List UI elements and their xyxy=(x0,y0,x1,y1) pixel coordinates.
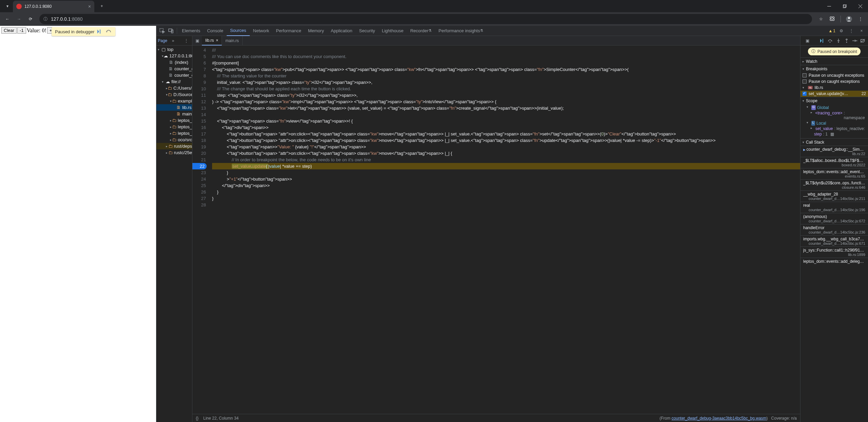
extensions-button[interactable] xyxy=(828,14,837,24)
forward-button[interactable]: → xyxy=(14,14,24,24)
svg-point-6 xyxy=(848,17,850,19)
navigator-menu-button[interactable]: ⋮ xyxy=(182,36,191,45)
source-link[interactable]: counter_dwarf_debug-3aeaac3bb14bc5bc_bg.… xyxy=(672,416,767,421)
resume-button[interactable] xyxy=(819,38,825,44)
devtools-tab-recorder[interactable]: Recorder ⚗ xyxy=(407,26,435,36)
callstack-section[interactable]: ▾Call Stack xyxy=(800,138,868,146)
svg-rect-7 xyxy=(100,30,100,34)
callstack-frame[interactable]: leptos_dom::events::add_event_l…events.r… xyxy=(800,168,868,179)
callstack-frame[interactable]: leptos_dom::events::add_delega… xyxy=(800,258,868,265)
callstack-frame[interactable]: handleErrorcounter_dwarf_d…14bc5bc.js:23… xyxy=(800,224,868,235)
callstack-frame[interactable]: js_sys::Function::call1::h296f914c…lib.r… xyxy=(800,246,868,258)
step-over-button[interactable] xyxy=(827,38,833,44)
close-file-icon[interactable]: × xyxy=(216,38,218,43)
profile-button[interactable] xyxy=(844,14,854,24)
sources-navigator: Page » ⋮ ▾▢top ▾☁127.0.0.1:8080 🗎(index)… xyxy=(156,36,192,422)
breakpoints-section[interactable]: ▾Breakpoints xyxy=(800,65,868,72)
debug-banner-text: Paused in debugger xyxy=(55,29,94,34)
callstack-list: counter_dwarf_debug::__Simple…lib.rs:22_… xyxy=(800,146,868,265)
tab-search-button[interactable]: ▾ xyxy=(2,1,13,11)
editor-pane: ▣ lib.rs×main.rs 45678910111213141516171… xyxy=(192,36,800,422)
device-toolbar-button[interactable] xyxy=(167,26,175,35)
page-viewport: Clear -1 Value: 0! +1 Paused in debugger xyxy=(0,26,156,422)
svg-point-14 xyxy=(838,42,839,43)
info-icon: ⓘ xyxy=(811,49,815,54)
bookmark-button[interactable]: ☆ xyxy=(816,14,826,24)
minimize-button[interactable] xyxy=(821,0,837,12)
devtools-tab-performance-insights[interactable]: Performance insights ⚗ xyxy=(435,26,487,36)
overlay-resume-button[interactable] xyxy=(96,29,103,35)
line-gutter[interactable]: 4567891011121314151617181920212223242526… xyxy=(192,45,209,414)
debugger-controls: ▣ xyxy=(800,36,868,45)
cursor-position: Line 22, Column 34 xyxy=(203,416,239,421)
step-into-button[interactable] xyxy=(835,38,842,44)
devtools-tab-security[interactable]: Security xyxy=(356,26,378,36)
code-editor[interactable]: 4567891011121314151617181920212223242526… xyxy=(192,45,800,414)
devtools-tab-elements[interactable]: Elements xyxy=(178,26,204,36)
coverage-status: Coverage: n/a xyxy=(771,416,797,421)
clear-button[interactable]: Clear xyxy=(1,27,17,34)
devtools-close-button[interactable]: × xyxy=(857,26,866,35)
overlay-step-button[interactable] xyxy=(105,29,112,35)
maximize-button[interactable] xyxy=(837,0,852,12)
browser-tab[interactable]: 127.0.0.1:8080 × xyxy=(13,1,94,12)
callstack-frame[interactable]: _$LT$alloc..boxed..Box$LT$F$C$…boxed.rs:… xyxy=(800,157,868,168)
devtools-tab-lighthouse[interactable]: Lighthouse xyxy=(378,26,407,36)
back-button[interactable]: ← xyxy=(3,14,12,24)
separator xyxy=(841,16,841,22)
editor-statusbar: {} Line 22, Column 34 (From counter_dwar… xyxy=(192,414,800,422)
file-tab[interactable]: lib.rs× xyxy=(202,36,222,45)
file-tree[interactable]: ▾▢top ▾☁127.0.0.1:8080 🗎(index) 🗎counter… xyxy=(156,45,192,422)
new-tab-button[interactable]: + xyxy=(97,1,107,11)
devtools-tab-performance[interactable]: Performance xyxy=(272,26,304,36)
value-label: Value: 0! xyxy=(27,27,46,34)
devtools-tab-application[interactable]: Application xyxy=(327,26,356,36)
pause-caught-toggle[interactable]: Pause on caught exceptions xyxy=(800,78,868,85)
address-bar[interactable]: ⓘ 127.0.0.1:8080 xyxy=(39,14,812,24)
callstack-frame[interactable]: imports.wbg.__wbg_call_b3ca7c…counter_dw… xyxy=(800,235,868,246)
step-button[interactable] xyxy=(852,38,858,44)
site-info-icon[interactable]: ⓘ xyxy=(43,16,48,22)
decrement-button[interactable]: -1 xyxy=(17,27,26,34)
svg-point-16 xyxy=(846,42,847,43)
callstack-frame[interactable]: (anonymous)counter_dwarf_d…14bc5bc.js:67… xyxy=(800,213,868,224)
close-window-button[interactable] xyxy=(852,0,868,12)
debugger-sidebar: ▣ ⓘ Paused on breakpoint ▸Watch ▾Breakpo… xyxy=(800,36,868,422)
pause-uncaught-toggle[interactable]: Pause on uncaught exceptions xyxy=(800,72,868,78)
devtools-tab-sources[interactable]: Sources xyxy=(227,26,250,36)
callstack-frame[interactable]: realcounter_dwarf_d…14bc5bc.js:196 xyxy=(800,202,868,213)
reload-button[interactable]: ⟳ xyxy=(26,14,35,24)
code-area[interactable]: ////// You can use doc comments like thi… xyxy=(209,45,800,414)
devtools-tab-memory[interactable]: Memory xyxy=(305,26,327,36)
devtools-tabbar: ElementsConsoleSourcesNetworkPerformance… xyxy=(156,26,868,36)
devtools-settings-button[interactable]: ⚙ xyxy=(837,26,846,35)
callstack-frame[interactable]: counter_dwarf_debug::__Simple…lib.rs:22 xyxy=(800,146,868,157)
toggle-debugger-button[interactable]: ▣ xyxy=(803,36,812,45)
toggle-navigator-button[interactable]: ▣ xyxy=(192,36,202,45)
brackets-icon[interactable]: {} xyxy=(196,416,199,421)
devtools-panel: ElementsConsoleSourcesNetworkPerformance… xyxy=(156,26,868,422)
navigator-more-button[interactable]: » xyxy=(169,36,177,45)
step-out-button[interactable] xyxy=(844,38,850,44)
callstack-frame[interactable]: _$LT$dyn$u20$core..ops..functio…closure.… xyxy=(800,179,868,190)
breakpoint-file[interactable]: ▾rslib.rs xyxy=(800,85,868,91)
devtools-menu-button[interactable]: ⋮ xyxy=(847,26,856,35)
scope-section[interactable]: ▾Scope xyxy=(800,97,868,104)
menu-button[interactable]: ⋮ xyxy=(856,14,865,24)
inspect-element-button[interactable] xyxy=(158,26,167,35)
browser-titlebar: ▾ 127.0.0.1:8080 × + xyxy=(0,0,868,12)
devtools-tab-console[interactable]: Console xyxy=(204,26,227,36)
callstack-frame[interactable]: __wbg_adapter_28counter_dwarf_d…14bc5bc.… xyxy=(800,190,868,202)
page-tab[interactable]: Page xyxy=(158,38,167,43)
watch-section[interactable]: ▸Watch xyxy=(800,57,868,65)
warnings-badge[interactable]: ▲1 xyxy=(828,29,835,33)
close-tab-icon[interactable]: × xyxy=(88,4,91,9)
deactivate-breakpoints-button[interactable] xyxy=(860,38,866,44)
svg-rect-11 xyxy=(823,39,823,43)
browser-toolbar: ← → ⟳ ⓘ 127.0.0.1:8080 ☆ ⋮ xyxy=(0,12,868,26)
url-text: 127.0.0.1:8080 xyxy=(51,16,82,22)
devtools-tab-network[interactable]: Network xyxy=(250,26,273,36)
memory-icon[interactable]: ▦ xyxy=(830,132,834,136)
breakpoint-row[interactable]: set_value.update(|v…22 xyxy=(800,91,868,97)
file-tab[interactable]: main.rs xyxy=(222,36,242,45)
